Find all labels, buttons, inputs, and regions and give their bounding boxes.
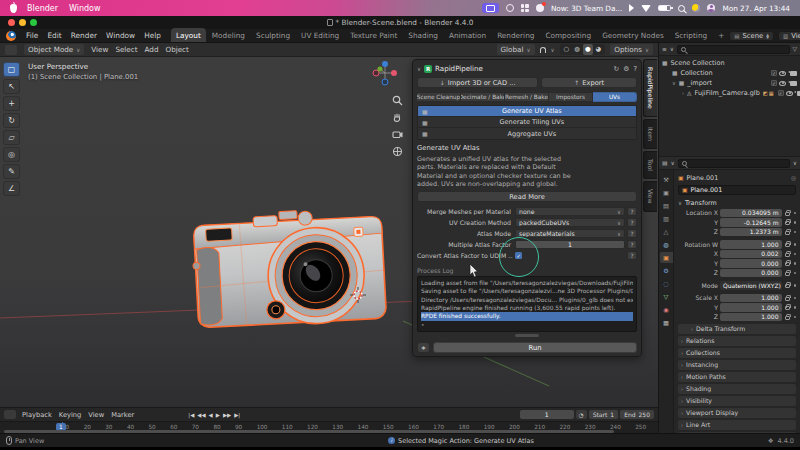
animate-dot-icon[interactable]	[794, 316, 797, 319]
workspace-tab[interactable]: Rendering	[492, 28, 539, 42]
panel-header-icon[interactable]: ↻	[614, 65, 620, 73]
sidebar-tab[interactable]: View	[643, 181, 657, 212]
lock-icon[interactable]	[785, 316, 790, 320]
convert-udim-checkbox[interactable]: ✓	[515, 252, 522, 259]
magic-action-row[interactable]: ▦Generate UV Atlas	[418, 106, 636, 117]
menubar-clock[interactable]: Mon 27. Apr 13:44	[722, 4, 790, 13]
outliner-row[interactable]: › ◬ FujiFilm_Camera.glb ◩▦ ✓	[659, 88, 800, 98]
scene-selector[interactable]: ▤ Scene ⧫	[729, 31, 774, 41]
animate-dot-icon[interactable]	[794, 212, 797, 215]
tab-texture[interactable]: ▦	[660, 317, 673, 328]
animate-dot-icon[interactable]	[794, 262, 797, 265]
material-preview-shading[interactable]: ●	[583, 44, 593, 55]
workspace-tab[interactable]: Scripting	[670, 28, 712, 42]
rapidpipeline-tab[interactable]: Remesh / Bake	[505, 92, 549, 102]
workspace-tab[interactable]: Compositing	[540, 28, 596, 42]
tab-material[interactable]: ◉	[660, 304, 673, 315]
properties-section-header[interactable]: › Visibility	[678, 396, 796, 406]
wifi-icon[interactable]	[641, 5, 651, 12]
transform-value-field[interactable]: 0.034095 m	[720, 209, 782, 218]
current-frame-field[interactable]: 1	[520, 410, 574, 419]
log-line[interactable]: RPDE finished successfully.	[421, 312, 633, 320]
chevron-down-icon[interactable]: ∨	[551, 47, 555, 53]
auto-keying-clock-icon[interactable]: ◔	[576, 410, 587, 419]
tab-scene[interactable]: △	[660, 226, 673, 237]
transform-value-field[interactable]: -0.12645 m	[720, 218, 782, 227]
playback-button[interactable]: ▶|	[234, 412, 240, 418]
minimize-window-button[interactable]	[19, 19, 26, 26]
tab-view-layer[interactable]: ▥	[660, 213, 673, 224]
transform-value-field[interactable]: Quaternion (WXYZ)	[720, 281, 782, 290]
rapidpipeline-tab[interactable]: Impostors	[549, 92, 593, 102]
timeline-menu-item[interactable]: Marker	[111, 411, 134, 419]
multiple-atlas-factor-slider[interactable]: 1	[515, 240, 625, 249]
properties-section-header[interactable]: › Line Art	[678, 420, 796, 430]
read-more-button[interactable]: Read More	[417, 191, 637, 202]
viewport-menu-item[interactable]: Select	[115, 45, 137, 54]
viewport-canvas[interactable]: ▢↖+↻▱◎✎∠ User Perspective (1) Scene Coll…	[0, 57, 658, 407]
interaction-mode-dropdown[interactable]: Object Mode∨	[24, 44, 84, 55]
help-button[interactable]: ?	[627, 251, 637, 260]
rendered-shading[interactable]: ◕	[594, 44, 604, 55]
pin-icon[interactable]: ◎	[791, 175, 796, 181]
merge-meshes-dropdown[interactable]: none∨	[515, 207, 625, 216]
transform-value-field[interactable]: 1.2373 m	[720, 228, 782, 237]
selectable-checkbox[interactable]: ✓	[771, 70, 777, 76]
properties-section-header[interactable]: › Delta Transform	[678, 324, 796, 334]
workspace-tab[interactable]: Sculpting	[251, 28, 295, 42]
topbar-menu-item[interactable]: Edit	[47, 31, 61, 40]
outliner-row[interactable]: ▦ Collection ✓	[659, 68, 800, 78]
animate-dot-icon[interactable]	[794, 284, 797, 287]
now-playing-text[interactable]: Now: 3D Team Da...	[551, 4, 623, 13]
run-options-icon[interactable]: ∗	[417, 342, 430, 353]
lock-icon[interactable]	[785, 253, 790, 257]
properties-search-input[interactable]	[678, 159, 790, 168]
paw-notification-icon[interactable]	[536, 4, 544, 12]
scale-tool[interactable]: ▱	[3, 130, 20, 145]
pan-hand-icon[interactable]	[392, 112, 403, 123]
snap-magnet-icon[interactable]	[540, 47, 546, 53]
select-box-tool[interactable]: ▢	[3, 62, 20, 77]
chevron-down-icon[interactable]: ∨	[670, 46, 674, 52]
zoom-icon[interactable]	[392, 95, 403, 106]
perspective-grid-icon[interactable]	[392, 146, 403, 157]
outliner-search-input[interactable]	[677, 45, 789, 54]
rapidpipeline-header[interactable]: ∨ R RapidPipeline ↻⚙?	[417, 63, 637, 74]
tab-world[interactable]: ◍	[660, 239, 673, 250]
sidebar-tab[interactable]: Tool	[643, 151, 657, 179]
selectable-checkbox[interactable]: ✓	[771, 80, 777, 86]
log-line[interactable]: RapidPipeline engine finished running (3…	[421, 304, 633, 312]
workspace-tab[interactable]: UV Editing	[296, 28, 344, 42]
outliner-editor-icon[interactable]: ≡	[662, 46, 667, 52]
uv-creation-method-dropdown[interactable]: packedCubeUVs∨	[515, 218, 625, 227]
workspace-tab[interactable]: Shading	[403, 28, 443, 42]
render-camera-icon[interactable]	[790, 71, 797, 76]
lock-icon[interactable]	[785, 231, 790, 235]
lock-icon[interactable]	[785, 272, 790, 276]
workspace-tab[interactable]: Animation	[444, 28, 491, 42]
help-button[interactable]: ?	[627, 229, 637, 238]
siri-icon[interactable]	[692, 4, 700, 12]
rapidpipeline-tab[interactable]: Scene Cleanup	[417, 92, 461, 102]
chevron-down-icon[interactable]: ∨	[670, 160, 674, 166]
playback-button[interactable]: ◀	[209, 412, 213, 418]
render-camera-icon[interactable]	[790, 81, 797, 86]
transform-panel-header[interactable]: ∨ Transform	[678, 198, 796, 208]
status-circle-icon[interactable]	[506, 4, 514, 12]
battery-icon[interactable]	[658, 5, 671, 11]
blender-logo-icon[interactable]	[6, 31, 16, 41]
collapse-arrow-icon[interactable]: ∨	[417, 66, 421, 72]
expand-arrow-icon[interactable]: ∨	[672, 80, 676, 86]
lock-icon[interactable]	[785, 243, 790, 247]
transform-value-field[interactable]: 1.000	[720, 303, 782, 312]
volume-icon[interactable]	[629, 4, 634, 12]
topbar-menu-item[interactable]: Render	[71, 31, 97, 40]
outliner-row[interactable]: ▦ Scene Collection	[659, 58, 800, 68]
app-grid-icon[interactable]	[521, 4, 529, 12]
cursor-tool[interactable]: ↖	[3, 79, 20, 94]
topbar-menu-item[interactable]: Window	[106, 31, 135, 40]
properties-section-header[interactable]: › Motion Paths	[678, 372, 796, 382]
properties-section-header[interactable]: › Instancing	[678, 360, 796, 370]
playback-button[interactable]: ▶	[216, 412, 220, 418]
workspace-tab[interactable]: +	[713, 28, 729, 42]
